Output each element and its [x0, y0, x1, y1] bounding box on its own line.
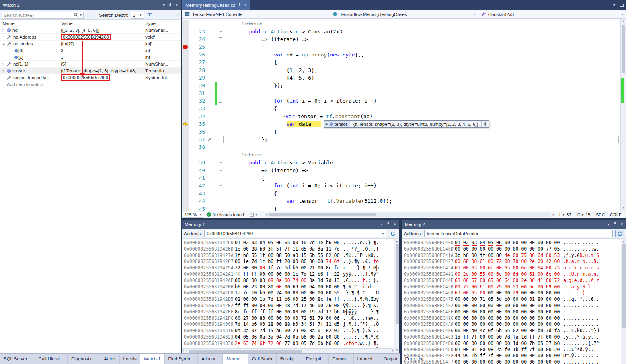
collapse-minus-icon[interactable]: − — [219, 161, 222, 164]
pin-icon[interactable] — [168, 3, 172, 8]
memory-row[interactable]: 0x000002556B0EC4F700 00 00 00 00 00 00 0… — [404, 359, 626, 364]
memory1-hex-dump[interactable]: 0x000002556B19426001 02 03 04 05 06 65 0… — [182, 239, 399, 353]
document-outline-icon[interactable]: ▾ — [250, 213, 257, 217]
memory1-vertical-scrollbar[interactable]: ▲ ▼ — [394, 239, 399, 353]
tool-tab-output[interactable]: Output — [380, 354, 402, 364]
code-line[interactable]: 32−for (int i = 0; i < iterate; i++) — [182, 97, 620, 105]
memory-row[interactable]: 0x000002556B0EC43461 00 63 00 6b 00 65 0… — [404, 265, 626, 271]
memory-row[interactable]: 0x000002556B1942AE00 80 00 00 08 0a 00 7… — [184, 278, 399, 284]
memory-row[interactable]: 0x000002556B0EC4B600 00 a0 4c 0f 6b 55 0… — [404, 328, 626, 334]
indicator-margin[interactable] — [182, 27, 189, 35]
tool-tab-breakp-[interactable]: Breakp... — [277, 354, 302, 364]
expander-icon[interactable]: ▶ — [326, 122, 328, 126]
watch-value-cell[interactable]: {int[2]} — [59, 41, 143, 47]
scroll-right-icon[interactable]: ► — [392, 348, 394, 353]
memory-row[interactable]: 0x000002556B0EC47500 00 00 71 05 3d b0 0… — [404, 296, 626, 303]
watch-value-cell[interactable]: 3 — [59, 47, 143, 54]
indicator-margin[interactable] — [182, 105, 189, 112]
memory-row[interactable]: 0x000002556B0EC4EA44 99 1b ff 7f 00 00 0… — [404, 353, 626, 359]
pin-icon[interactable] — [386, 222, 390, 227]
tool-tab-allocat-[interactable]: Allocat... — [198, 354, 223, 364]
code-line[interactable]: 30}); — [182, 82, 620, 89]
member-dropdown[interactable]: Constant2x3 ▾ — [478, 10, 626, 18]
code-line[interactable]: 39−public Action<int> Variable — [182, 159, 620, 166]
column-header-type[interactable]: Type — [143, 20, 181, 27]
editor-vertical-scrollbar[interactable]: ▲ ▼ — [620, 19, 626, 211]
scroll-up-icon[interactable]: ▲ — [394, 239, 399, 244]
memory-row[interactable]: 0x000002556B19426D1e 00 88 b0 3f 5f 7f 1… — [184, 246, 399, 253]
search-options-chevron-icon[interactable]: ▾ — [80, 13, 82, 17]
watch-row[interactable]: tensor.TensorDat...0x000002556b0ec400Sys… — [0, 74, 181, 81]
memory-row[interactable]: 0x000002556B1943302e 63 74 6f 72 00 77 0… — [184, 341, 399, 347]
code-line[interactable]: 37}; — [182, 136, 620, 143]
memory-row[interactable]: 0x000002556B1942E2ff ff 00 00 00 00 18 7… — [184, 303, 399, 309]
code-line[interactable]: 25{ — [182, 43, 620, 51]
indicator-margin[interactable] — [182, 205, 189, 211]
indicator-margin[interactable] — [182, 74, 189, 82]
memory2-titlebar[interactable]: Memory 2 ▾ × — [402, 220, 626, 229]
indicator-margin[interactable] — [182, 20, 189, 27]
memory-row[interactable]: 0x000002556B1942BBb6 00 23 00 80 00 00 6… — [184, 284, 399, 290]
scroll-up-icon[interactable]: ▲ — [621, 239, 626, 244]
memory-row[interactable]: 0x000002556B0EC40D00 00 00 00 00 00 00 0… — [404, 246, 626, 253]
watch-value-cell[interactable]: {5} — [59, 61, 143, 67]
code-line[interactable]: 44var tensor = tf.Variable(3112.0f); — [182, 197, 620, 205]
refresh-icon[interactable] — [615, 230, 624, 237]
fold-collapse-box[interactable]: − — [218, 30, 223, 33]
watch-row[interactable]: ◢nd.strides{int[2]}int[] — [0, 41, 181, 47]
window-position-chevron-icon[interactable]: ▾ — [163, 3, 165, 7]
collapse-minus-icon[interactable]: − — [219, 169, 222, 172]
back-icon[interactable]: ← — [86, 12, 90, 18]
fold-collapse-box[interactable]: − — [218, 169, 223, 172]
datatip-header[interactable]: ▶tensor — [324, 121, 350, 127]
scroll-left-icon[interactable]: ◄ — [182, 348, 183, 353]
memory-row[interactable]: 0x000002556B0EC40001 02 03 04 05 06 00 0… — [404, 240, 626, 246]
indicator-margin[interactable] — [182, 66, 189, 74]
close-icon[interactable]: × — [620, 222, 623, 227]
editor-horizontal-scrollbar[interactable]: ◄ ► — [265, 213, 555, 217]
memory-row[interactable]: 0x000002556B0EC41A3b b0 00 ff 00 80 4e 0… — [404, 253, 626, 259]
watch-row[interactable]: ▷tensor{tf.Tensor: shape=(2, 3), dtype=u… — [0, 68, 181, 74]
indicator-margin[interactable] — [182, 35, 189, 43]
indicator-margin[interactable] — [182, 51, 189, 58]
collapse-minus-icon[interactable]: − — [219, 99, 222, 103]
tool-tab-locals[interactable]: Locals — [120, 354, 140, 364]
memory-row[interactable]: 0x000002556B1942C81a 7d 10 b6 00 24 00 8… — [184, 290, 399, 296]
code-line[interactable]: 36} — [182, 128, 620, 135]
indicator-margin[interactable] — [182, 159, 189, 166]
watch-value-cell[interactable]: {tf.Tensor: shape=(2, 3), dtype=uint8, .… — [59, 68, 143, 74]
expander-icon[interactable]: ▷ — [2, 62, 7, 66]
memory-row[interactable]: 0x000002556B0EC44E61 00 67 00 65 00 64 0… — [404, 278, 626, 284]
pin-icon[interactable] — [613, 222, 617, 227]
memory-row[interactable]: 0x000002556B0EC48F00 00 00 00 00 00 00 0… — [404, 309, 626, 315]
memory2-hex-dump[interactable]: 0x000002556B0EC40001 02 03 04 05 06 00 0… — [402, 239, 626, 364]
memory-row[interactable]: 0x000002556B1942FC00 27 00 80 00 00 00 0… — [184, 315, 399, 322]
indicator-margin[interactable] — [182, 97, 189, 105]
collapse-minus-icon[interactable]: − — [219, 30, 222, 33]
watch-value-cell[interactable]: 0x000002556B194260 — [59, 34, 143, 40]
tool-tab-watch-1[interactable]: Watch 1 — [140, 354, 165, 364]
zoom-select[interactable]: 115 %▾ — [183, 212, 203, 218]
datatip-pin-icon[interactable] — [481, 121, 489, 127]
fold-collapse-box[interactable]: − — [218, 37, 223, 41]
window-position-chevron-icon[interactable]: ▾ — [381, 222, 383, 226]
indicator-margin[interactable] — [182, 82, 189, 89]
indicator-margin[interactable] — [182, 43, 189, 51]
code-line[interactable]: 31 — [182, 90, 620, 97]
breakpoint-icon[interactable] — [183, 45, 188, 49]
watch-row[interactable]: nd.Address0x000002556B194260void* — [0, 34, 181, 41]
toolbar-overflow-icon[interactable]: » — [177, 13, 179, 18]
watch-value-cell[interactable] — [59, 81, 143, 88]
document-list-chevron-icon[interactable]: ▼ — [612, 3, 616, 7]
tool-tab-memor-[interactable]: Memor... — [223, 354, 248, 364]
code-line[interactable]: 40−=> (iterate) => — [182, 166, 620, 174]
scroll-up-icon[interactable]: ▲ — [621, 19, 626, 24]
refresh-icon[interactable] — [388, 230, 397, 237]
code-line[interactable]: 28{1, 2, 3}, — [182, 66, 620, 74]
memory-row[interactable]: 0x000002556B0EC4D000 00 00 00 00 00 00 1… — [404, 341, 626, 347]
code-line[interactable]: 23−public Action<int> Constant2x3 — [182, 27, 620, 35]
watch-value-cell[interactable]: 0x000002556b0ec400 — [59, 74, 143, 81]
memory-row[interactable]: 0x000002556B1942A1ff ff ff 00 00 00 00 1… — [184, 271, 399, 278]
watch-row[interactable]: ▷nd{[[1, 2, 3], [4, 5, 6]]}NumShar... — [0, 27, 181, 34]
indicator-margin[interactable] — [182, 136, 189, 143]
